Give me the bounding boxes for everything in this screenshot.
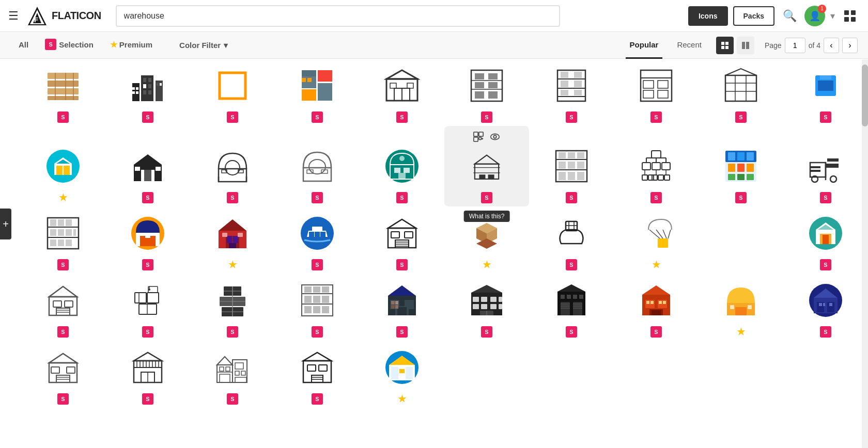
svg-rect-139 [642, 163, 650, 170]
list-item[interactable]: S [699, 59, 783, 126]
list-item[interactable]: S [105, 341, 190, 408]
svg-point-97 [225, 161, 240, 175]
hamburger-icon[interactable]: ☰ [8, 9, 19, 23]
list-item[interactable]: S [529, 126, 614, 206]
icons-button[interactable]: Icons [688, 6, 728, 26]
prev-page-button[interactable]: ‹ [824, 38, 839, 53]
list-item[interactable]: S [783, 59, 868, 126]
svg-rect-180 [58, 229, 64, 236]
list-item[interactable]: S [699, 126, 783, 206]
sort-recent[interactable]: Recent [673, 32, 706, 59]
page-input[interactable] [785, 38, 805, 53]
list-item[interactable]: S [360, 206, 444, 274]
list-item[interactable]: S [614, 59, 699, 126]
list-item[interactable]: S [444, 274, 529, 341]
svg-rect-162 [728, 174, 735, 180]
svg-rect-132 [559, 162, 566, 169]
list-item[interactable]: ★ [190, 206, 275, 274]
icon-badge: S [312, 393, 323, 405]
list-item[interactable]: S [275, 126, 360, 206]
svg-rect-279 [490, 297, 497, 302]
list-item[interactable]: S [614, 126, 699, 206]
icon-image [805, 65, 846, 106]
svg-rect-262 [304, 306, 312, 313]
packs-button[interactable]: Packs [733, 6, 774, 26]
list-item[interactable]: S [529, 274, 614, 341]
tab-all[interactable]: All [10, 32, 37, 59]
svg-rect-158 [747, 152, 754, 161]
svg-rect-183 [50, 239, 56, 246]
list-item[interactable]: S [275, 274, 360, 341]
svg-rect-125 [488, 174, 494, 179]
list-item[interactable]: S [105, 126, 190, 206]
list-item[interactable]: S [783, 206, 868, 274]
list-item[interactable]: S [783, 274, 868, 341]
list-item[interactable]: S [275, 206, 360, 274]
svg-rect-160 [737, 164, 745, 172]
icon-image [466, 213, 507, 254]
list-item[interactable]: S [275, 341, 360, 408]
svg-rect-120 [475, 164, 499, 179]
svg-marker-288 [557, 284, 585, 292]
scrollbar-track[interactable] [862, 59, 868, 408]
list-item[interactable]: S [190, 126, 275, 206]
next-page-button[interactable]: › [842, 38, 858, 53]
icon-image [466, 146, 507, 187]
svg-marker-358 [303, 353, 331, 361]
list-item[interactable]: S [529, 59, 614, 126]
list-item[interactable]: S [105, 59, 190, 126]
svg-rect-238 [135, 293, 146, 303]
svg-rect-56 [488, 73, 498, 79]
list-item[interactable]: S [21, 206, 105, 274]
list-item[interactable]: S [783, 126, 868, 206]
svg-rect-112 [474, 132, 478, 136]
list-item[interactable]: ★ [614, 206, 699, 274]
list-item[interactable]: S [105, 274, 190, 341]
logo[interactable]: F FLATICON [27, 6, 101, 26]
preview-icon[interactable] [489, 131, 501, 142]
search-input[interactable] [116, 5, 560, 27]
user-avatar[interactable]: 👤 1 [804, 6, 825, 26]
list-item[interactable]: S [105, 206, 190, 274]
list-item[interactable]: S [190, 274, 275, 341]
list-item[interactable]: S What is this? [444, 126, 529, 206]
list-item[interactable]: S [190, 59, 275, 126]
scrollbar-thumb[interactable] [862, 65, 868, 126]
list-item[interactable]: S [529, 206, 614, 274]
icon-badge: S [57, 111, 69, 123]
chevron-down-icon[interactable]: ▾ [830, 10, 835, 22]
list-item[interactable]: ★ [21, 126, 105, 206]
svg-rect-367 [391, 367, 398, 379]
list-item[interactable]: S [614, 274, 699, 341]
color-filter-button[interactable]: Color Filter ▾ [171, 32, 236, 59]
list-item[interactable]: S [21, 59, 105, 126]
add-collection-icon[interactable] [473, 131, 484, 142]
svg-rect-87 [64, 166, 70, 175]
list-item[interactable]: S [21, 274, 105, 341]
list-item[interactable]: ★ [444, 206, 529, 274]
svg-rect-146 [642, 175, 647, 180]
sort-popular[interactable]: Popular [626, 32, 663, 59]
list-item[interactable]: S [444, 59, 529, 126]
list-item[interactable]: S [360, 274, 444, 341]
grid-view-button[interactable] [716, 37, 734, 54]
icon-image [636, 65, 677, 106]
list-item[interactable]: S [21, 341, 105, 408]
list-item[interactable]: S [360, 59, 444, 126]
icon-image [297, 65, 338, 106]
search-icon[interactable]: 🔍 [780, 6, 799, 26]
svg-rect-350 [220, 367, 224, 371]
svg-rect-293 [573, 295, 577, 299]
svg-rect-32 [148, 90, 151, 94]
grid-switch-icon[interactable] [840, 6, 860, 26]
list-item[interactable]: S [190, 341, 275, 408]
list-item[interactable]: ★ [360, 341, 444, 408]
tab-premium[interactable]: ★ Premium [102, 32, 161, 59]
list-item[interactable]: S [275, 59, 360, 126]
list-item[interactable]: ★ [699, 274, 783, 341]
side-add-button[interactable]: + [0, 209, 11, 239]
svg-rect-189 [150, 236, 156, 246]
large-grid-view-button[interactable] [737, 37, 754, 54]
tab-selection[interactable]: S Selection [37, 32, 102, 59]
list-item[interactable]: S [360, 126, 444, 206]
